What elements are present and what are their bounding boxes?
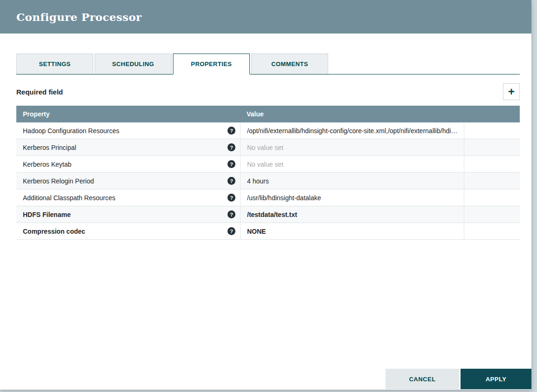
value-cell[interactable]: /usr/lib/hdinsight-datalake: [240, 189, 464, 206]
value-cell[interactable]: /opt/nifi/externallib/hdinsight-config/c…: [240, 122, 464, 139]
help-icon[interactable]: ?: [227, 160, 235, 168]
property-name: Hadoop Configuration Resources: [23, 127, 119, 135]
property-value: /opt/nifi/externallib/hdinsight-config/c…: [247, 127, 459, 135]
column-header-property: Property: [16, 110, 240, 118]
table-row[interactable]: Compression codec ? NONE: [16, 223, 520, 240]
row-actions-cell: [464, 122, 520, 139]
table-row[interactable]: Hadoop Configuration Resources ? /opt/ni…: [16, 122, 520, 139]
help-icon[interactable]: ?: [227, 227, 235, 235]
required-field-label: Required field: [16, 88, 63, 96]
property-value: NONE: [247, 228, 459, 235]
tab-bar: SETTINGSSCHEDULINGPROPERTIESCOMMENTS: [16, 54, 520, 74]
cancel-button[interactable]: CANCEL: [386, 369, 459, 389]
help-icon[interactable]: ?: [227, 210, 235, 218]
row-actions-cell: [464, 173, 520, 189]
property-cell: Additional Classpath Resources ?: [16, 189, 240, 206]
properties-table: Property Value Hadoop Configuration Reso…: [16, 106, 520, 240]
property-name: Kerberos Keytab: [23, 161, 71, 168]
property-cell: Kerberos Keytab ?: [16, 156, 240, 172]
table-row[interactable]: HDFS Filename ? /testdata/test.txt: [16, 206, 520, 223]
help-icon[interactable]: ?: [227, 127, 235, 135]
help-icon[interactable]: ?: [227, 194, 235, 202]
property-cell: Compression codec ?: [16, 223, 240, 239]
tab-settings[interactable]: SETTINGS: [16, 54, 93, 74]
property-cell: Kerberos Principal ?: [16, 139, 240, 155]
dialog-footer: CANCEL APPLY: [386, 369, 531, 389]
tab-comments[interactable]: COMMENTS: [251, 54, 328, 74]
property-name: Kerberos Principal: [23, 144, 76, 151]
column-header-value: Value: [240, 110, 520, 118]
dialog-body: SETTINGSSCHEDULINGPROPERTIESCOMMENTS Req…: [0, 54, 531, 240]
property-name: Kerberos Relogin Period: [23, 177, 94, 185]
value-cell[interactable]: No value set: [240, 139, 464, 155]
table-rows: Hadoop Configuration Resources ? /opt/ni…: [16, 122, 520, 240]
row-actions-cell: [464, 139, 520, 155]
property-name: HDFS Filename: [23, 211, 71, 218]
row-actions-cell: [464, 189, 520, 206]
value-cell[interactable]: NONE: [240, 223, 464, 239]
property-value: No value set: [247, 144, 459, 151]
table-row[interactable]: Kerberos Keytab ? No value set: [16, 156, 520, 173]
row-actions-cell: [464, 206, 520, 223]
dialog-header: Configure Processor: [0, 0, 531, 34]
table-row[interactable]: Additional Classpath Resources ? /usr/li…: [16, 189, 520, 206]
property-value: /testdata/test.txt: [247, 211, 459, 218]
table-row[interactable]: Kerberos Relogin Period ? 4 hours: [16, 173, 520, 189]
property-cell: HDFS Filename ?: [16, 206, 240, 223]
configure-processor-dialog: Configure Processor SETTINGSSCHEDULINGPR…: [0, 0, 531, 390]
tab-properties[interactable]: PROPERTIES: [173, 54, 250, 74]
property-name: Compression codec: [23, 228, 85, 235]
property-value: 4 hours: [247, 177, 459, 185]
row-actions-cell: [464, 156, 520, 172]
help-icon[interactable]: ?: [227, 177, 235, 185]
tab-scheduling[interactable]: SCHEDULING: [95, 54, 172, 74]
table-header-row: Property Value: [16, 106, 520, 122]
table-subheader: Required field +: [16, 83, 520, 100]
value-cell[interactable]: No value set: [240, 156, 464, 172]
property-value: /usr/lib/hdinsight-datalake: [247, 194, 459, 202]
add-property-button[interactable]: +: [503, 83, 520, 100]
plus-icon: +: [508, 86, 515, 97]
table-row[interactable]: Kerberos Principal ? No value set: [16, 139, 520, 156]
property-cell: Kerberos Relogin Period ?: [16, 173, 240, 189]
apply-button[interactable]: APPLY: [461, 369, 531, 389]
value-cell[interactable]: /testdata/test.txt: [240, 206, 464, 223]
dialog-title: Configure Processor: [16, 11, 142, 23]
property-cell: Hadoop Configuration Resources ?: [16, 122, 240, 139]
property-value: No value set: [247, 161, 459, 168]
property-name: Additional Classpath Resources: [23, 194, 115, 202]
row-actions-cell: [464, 223, 520, 239]
help-icon[interactable]: ?: [227, 143, 235, 151]
value-cell[interactable]: 4 hours: [240, 173, 464, 189]
